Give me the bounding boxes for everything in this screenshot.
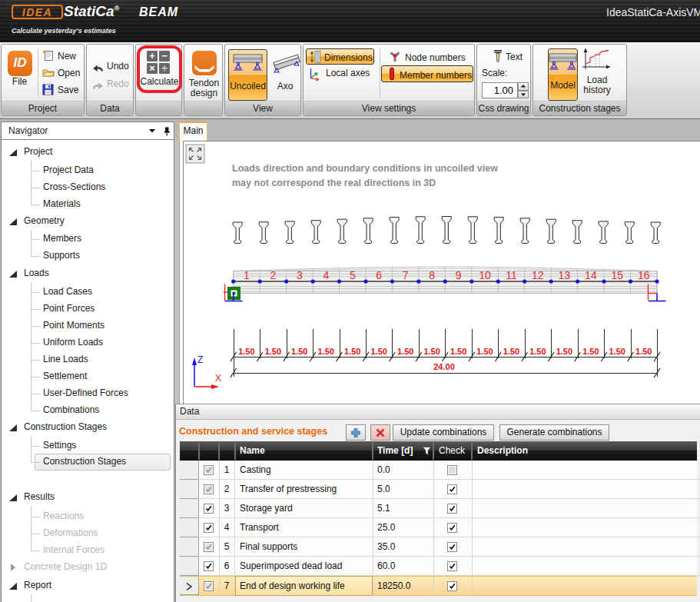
svg-text:13: 13 xyxy=(559,269,571,281)
svg-text:1.50: 1.50 xyxy=(318,347,334,356)
svg-text:14: 14 xyxy=(585,269,597,281)
svg-text:15: 15 xyxy=(612,269,624,281)
svg-text:1.50: 1.50 xyxy=(370,347,386,356)
svg-text:1.50: 1.50 xyxy=(238,347,254,356)
svg-text:11: 11 xyxy=(506,269,517,281)
svg-text:1.50: 1.50 xyxy=(582,347,599,356)
svg-text:2: 2 xyxy=(270,269,277,281)
svg-text:1.50: 1.50 xyxy=(344,347,360,356)
svg-text:may not correspond the real di: may not correspond the real directions i… xyxy=(232,178,436,188)
svg-text:X: X xyxy=(215,373,221,384)
svg-text:7: 7 xyxy=(403,269,409,281)
svg-text:1.50: 1.50 xyxy=(503,347,519,356)
svg-text:9: 9 xyxy=(456,269,462,281)
svg-text:4: 4 xyxy=(323,269,329,281)
svg-text:1.50: 1.50 xyxy=(397,347,413,356)
svg-text:Z: Z xyxy=(197,354,203,365)
svg-text:1.50: 1.50 xyxy=(635,347,652,356)
svg-text:12: 12 xyxy=(532,269,544,281)
svg-text:1.50: 1.50 xyxy=(609,347,625,356)
svg-text:1: 1 xyxy=(244,269,250,281)
svg-text:10: 10 xyxy=(479,269,491,281)
svg-text:8: 8 xyxy=(429,269,435,281)
svg-text:Loads direction and boundary c: Loads direction and boundary conditions … xyxy=(232,163,498,174)
svg-text:24.00: 24.00 xyxy=(433,362,455,371)
svg-text:1.50: 1.50 xyxy=(291,347,307,356)
svg-text:1.50: 1.50 xyxy=(423,347,440,356)
svg-text:1.50: 1.50 xyxy=(556,347,572,356)
svg-text:1.50: 1.50 xyxy=(265,347,281,356)
svg-text:1.50: 1.50 xyxy=(529,347,546,356)
svg-text:1.50: 1.50 xyxy=(450,347,466,356)
svg-text:16: 16 xyxy=(638,269,650,281)
svg-text:3: 3 xyxy=(297,269,303,281)
svg-text:5: 5 xyxy=(350,269,356,281)
svg-text:6: 6 xyxy=(376,269,382,281)
svg-text:1.50: 1.50 xyxy=(476,347,493,356)
